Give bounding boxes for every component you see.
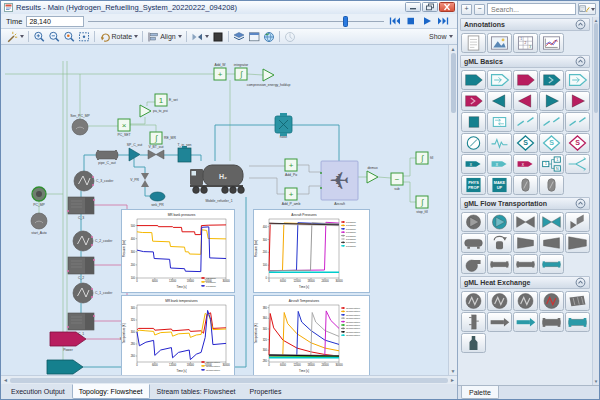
search-input[interactable]	[487, 3, 576, 15]
palette-item-blower-icon[interactable]	[461, 254, 486, 274]
palette-item-signal-source-icon[interactable]	[487, 70, 512, 90]
palette-item-triangle-left-teal-icon[interactable]	[487, 91, 512, 111]
collapse-all-button[interactable]: −	[474, 4, 485, 15]
palette-item-valve-active-icon[interactable]	[539, 212, 564, 232]
node-Aircraft[interactable]: ✈Aircraft	[320, 161, 358, 206]
time-slider[interactable]	[88, 16, 384, 27]
embedded-chart-mr-bank-temperatures[interactable]: MR bank temperatures06000120001800024000…	[121, 295, 235, 375]
rotate-button[interactable]: Rotate	[97, 30, 140, 43]
palette-item-multiplier-magenta-icon[interactable]: x	[513, 154, 538, 174]
time-input[interactable]	[26, 16, 84, 27]
close-button[interactable]	[439, 2, 455, 12]
palette-item-heater-icon[interactable]	[487, 291, 512, 311]
palette-scrollbar[interactable]: ▲▼	[592, 17, 599, 385]
node-Add_W[interactable]: +Add_W	[214, 63, 226, 80]
section-header-gml-basics[interactable]: gML Basics	[460, 55, 590, 68]
palette-item-jacketed-pipe-icon[interactable]	[539, 312, 564, 332]
palette-item-connector-break3-icon[interactable]	[565, 112, 590, 132]
tab-properties[interactable]: Properties	[243, 384, 289, 399]
align-button[interactable]: Align	[146, 30, 184, 43]
node-C_3_cooler[interactable]: C_3_cooler	[74, 171, 114, 191]
scroll-down-icon[interactable]: ▼	[594, 379, 598, 384]
collapse-section-button[interactable]	[575, 56, 586, 67]
node-V_BT_out[interactable]: V_BT_out	[148, 145, 164, 159]
embedded-chart-aircraft-pressures[interactable]: Aircraft Pressures0600012000180002400030…	[253, 209, 370, 293]
palette-item-pump-icon[interactable]	[461, 212, 486, 232]
scroll-right-icon[interactable]: ►	[450, 377, 455, 383]
palette-item-solver-diamond-light-icon[interactable]: S	[539, 133, 564, 153]
palette-item-text-note-icon[interactable]	[461, 33, 486, 53]
palette-item-solver-diamond-icon[interactable]: S	[513, 133, 538, 153]
palette-item-fired-heater-icon[interactable]	[539, 291, 564, 311]
palette-item-triangle-left-magenta-icon[interactable]	[513, 91, 538, 111]
node-V_PR[interactable]: V_PR	[130, 173, 149, 187]
section-header-gml-heat-exchange[interactable]: gML Heat Exchange	[460, 276, 590, 289]
palette-item-solver-diamond-magenta-icon[interactable]: S	[565, 133, 590, 153]
palette-item-utility-capsule2-icon[interactable]	[539, 175, 564, 195]
palette-item-duct-icon[interactable]	[487, 312, 512, 332]
canvas-horizontal-scrollbar[interactable]: ◄►	[1, 375, 457, 384]
zoom-in-button[interactable]	[31, 30, 46, 43]
palette-item-table-icon[interactable]: 123	[513, 33, 538, 53]
skip-start-button[interactable]	[388, 16, 402, 27]
palette-item-make-up-icon[interactable]: MAKEUP	[487, 175, 512, 195]
node-pa_to_psi[interactable]: pa_to_psi	[140, 105, 168, 117]
node-integrator[interactable]: ∫integrator	[234, 63, 249, 80]
title-bar[interactable]: Results - Main (Hydrogen_Refuelling_Syst…	[1, 1, 457, 14]
palette-item-expander-icon[interactable]	[565, 233, 590, 253]
tab-stream-tables-flowsheet[interactable]: Stream tables: Flowsheet	[150, 384, 243, 399]
node-C_2[interactable]: C_2	[67, 257, 95, 280]
node-pipe_C_out[interactable]: pipe_C_out	[96, 150, 118, 165]
palette-item-connector-break-icon[interactable]	[513, 112, 538, 132]
palette-item-storage-tank-icon[interactable]	[461, 333, 486, 353]
node-compression_energy_holdup[interactable]: compression_energy_holdup	[247, 69, 291, 87]
node-start_Auto[interactable]: start_Auto	[31, 213, 47, 235]
show-menu-button[interactable]: Show	[427, 30, 454, 43]
palette-item-material-source-icon[interactable]	[513, 70, 538, 90]
zoom-region-button[interactable]	[61, 30, 76, 43]
flip-button[interactable]	[189, 30, 210, 43]
palette-item-cooler-icon[interactable]	[461, 291, 486, 311]
palette-item-vessel-icon[interactable]	[461, 233, 486, 253]
palette-item-pump-active-icon[interactable]	[487, 212, 512, 232]
compass-button[interactable]	[282, 30, 297, 43]
skip-end-button[interactable]	[436, 16, 450, 27]
palette-item-plate-hx-icon[interactable]	[565, 291, 590, 311]
palette-item-compressor-b-icon[interactable]	[539, 233, 564, 253]
collapse-section-button[interactable]	[575, 198, 586, 209]
palette-item-utility-capsule-icon[interactable]	[513, 175, 538, 195]
palette-item-duct-active-icon[interactable]	[513, 312, 538, 332]
node-C_3[interactable]: C_3	[67, 197, 95, 220]
node-PC_SET[interactable]: ×PC_SET	[117, 119, 130, 137]
tab-palette[interactable]: Palette	[461, 386, 499, 399]
zoom-out-button[interactable]	[46, 30, 61, 43]
palette-item-column-icon[interactable]	[461, 312, 486, 332]
palette-item-block-icon[interactable]	[461, 112, 486, 132]
palette-item-signal-trace-icon[interactable]	[487, 133, 512, 153]
node-stop_fill[interactable]: ∫stop_fill	[416, 196, 428, 214]
collapse-section-button[interactable]	[575, 277, 586, 288]
zoom-fit-button[interactable]	[76, 30, 91, 43]
palette-item-source-port-icon[interactable]	[461, 70, 486, 90]
node-SP_C_out[interactable]: SP_C_out	[127, 143, 143, 161]
palette-item-pipe-b-icon[interactable]	[513, 254, 538, 274]
palette-item-pipe-active-icon[interactable]	[539, 254, 564, 274]
palette-item-triangle-right-magenta-icon[interactable]	[565, 91, 590, 111]
palette-item-valve-icon[interactable]	[513, 212, 538, 232]
view-options-button[interactable]	[578, 3, 596, 15]
play-button[interactable]	[420, 16, 434, 27]
flowsheet-canvas[interactable]: Bulk_H2_StoragePowerSP_powerC_1C_1_coole…	[1, 45, 448, 375]
node-Bulk_H2_Storage[interactable]: Bulk_H2_Storage	[47, 360, 83, 375]
globe-button[interactable]	[261, 30, 276, 43]
palette-item-signal-splitter-icon[interactable]	[565, 154, 590, 174]
palette-item-exchange-block-icon[interactable]	[487, 112, 512, 132]
palette-item-image-icon[interactable]	[487, 33, 512, 53]
pointer-tool-button[interactable]	[4, 30, 25, 43]
node-T_in_sen[interactable]: T_in_sen	[178, 143, 192, 162]
layers-button[interactable]	[231, 30, 246, 43]
palette-item-plot-icon[interactable]	[539, 33, 564, 53]
node-C_2_cooler[interactable]: C_2_cooler	[73, 231, 113, 251]
node-hose[interactable]: hose	[275, 113, 292, 139]
palette-item-phys-prop-icon[interactable]: PHYSPROP	[461, 175, 486, 195]
palette-item-heat-exchanger-icon[interactable]	[513, 291, 538, 311]
